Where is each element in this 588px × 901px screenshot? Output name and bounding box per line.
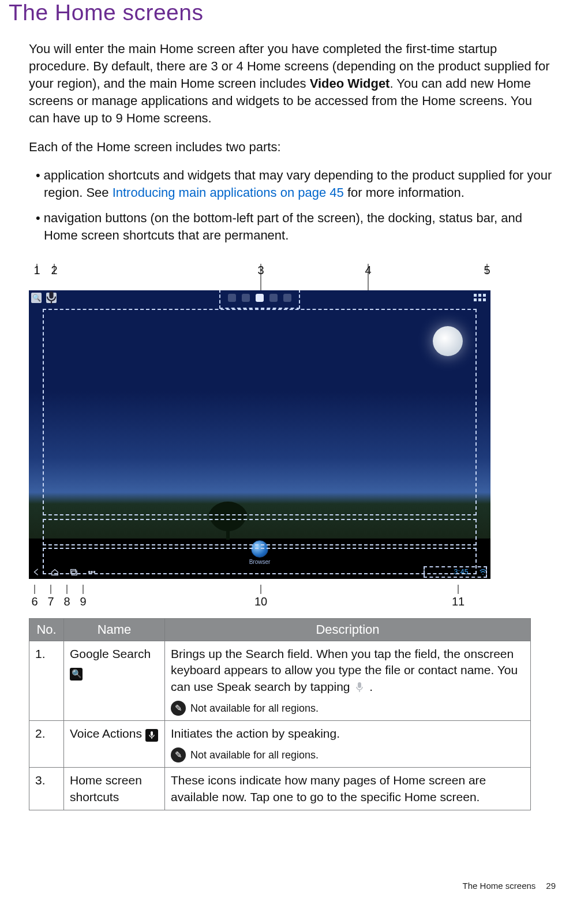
svg-rect-7 bbox=[151, 731, 153, 736]
mic-icon bbox=[145, 729, 158, 742]
spec-table: No. Name Description 1. Google Search 🔍 … bbox=[29, 618, 531, 810]
note: ✎ Not available for all regions. bbox=[171, 747, 525, 762]
callout-9: 9 bbox=[80, 595, 86, 608]
back-icon[interactable] bbox=[32, 568, 40, 576]
callout-8: 8 bbox=[63, 595, 70, 608]
cell-desc: Initiates the action by speaking. ✎ Not … bbox=[165, 721, 531, 768]
callout-box-main bbox=[43, 309, 477, 515]
note-text: Not available for all regions. bbox=[190, 701, 319, 715]
footer: The Home screens 29 bbox=[463, 881, 556, 891]
cell-name: Google Search 🔍 bbox=[64, 641, 165, 721]
cell-desc: These icons indicate how many pages of H… bbox=[165, 768, 531, 810]
callout-box-dock bbox=[43, 519, 477, 545]
table-header-row: No. Name Description bbox=[29, 619, 531, 641]
header-name: Name bbox=[64, 619, 165, 641]
svg-rect-0 bbox=[49, 291, 53, 299]
table-row: 1. Google Search 🔍 Brings up the Search … bbox=[29, 641, 531, 721]
homescreen-screenshot: 🔍 Browser bbox=[29, 290, 490, 579]
table-row: 2. Voice Actions Initiates the action by… bbox=[29, 721, 531, 768]
callout-11: 11 bbox=[452, 595, 465, 608]
header-desc: Description bbox=[165, 619, 531, 641]
callout-box-navbar bbox=[43, 548, 477, 574]
bullet-navigation-buttons: navigation buttons (on the bottom-left p… bbox=[29, 210, 556, 244]
callout-7: 7 bbox=[47, 595, 54, 608]
text: . bbox=[369, 680, 373, 693]
callout-row-bottom: 6 7 8 9 10 11 bbox=[29, 585, 496, 608]
text: Google Search bbox=[70, 647, 151, 660]
cell-no: 3. bbox=[29, 768, 64, 810]
note-text: Not available for all regions. bbox=[190, 748, 319, 762]
intro-paragraph-1: You will enter the main Home screen afte… bbox=[29, 40, 556, 127]
svg-rect-6 bbox=[358, 682, 361, 688]
text: for more information. bbox=[344, 185, 465, 200]
intro-paragraph-2: Each of the Home screen includes two par… bbox=[29, 139, 556, 156]
table-row: 3. Home screen shortcuts These icons ind… bbox=[29, 768, 531, 810]
mic-icon[interactable] bbox=[46, 293, 57, 303]
homescreen-figure: 1 2 3 4 5 🔍 bbox=[29, 264, 496, 608]
cell-no: 2. bbox=[29, 721, 64, 768]
footer-label: The Home screens bbox=[463, 881, 536, 891]
search-icon: 🔍 bbox=[70, 668, 83, 681]
callout-row-top: 1 2 3 4 5 bbox=[29, 264, 496, 280]
text: Brings up the Search field. When you tap… bbox=[171, 647, 518, 693]
cell-name: Voice Actions bbox=[64, 721, 165, 768]
callout-box-indicator bbox=[219, 290, 300, 309]
page-title: The Home screens bbox=[9, 0, 556, 25]
bullet-application-shortcuts: application shortcuts and widgets that m… bbox=[29, 167, 556, 201]
pencil-icon: ✎ bbox=[171, 747, 186, 762]
header-no: No. bbox=[29, 619, 64, 641]
text: Initiates the action by speaking. bbox=[171, 727, 340, 740]
link-introducing-main-applications[interactable]: Introducing main applications on page 45 bbox=[113, 185, 344, 200]
callout-6: 6 bbox=[31, 595, 38, 608]
cell-no: 1. bbox=[29, 641, 64, 721]
page-number: 29 bbox=[546, 881, 556, 891]
text: Voice Actions bbox=[70, 727, 142, 740]
app-drawer-icon[interactable] bbox=[474, 294, 486, 301]
mic-icon bbox=[353, 681, 366, 694]
search-icon[interactable]: 🔍 bbox=[31, 293, 42, 303]
callout-box-status bbox=[424, 566, 487, 578]
pencil-icon: ✎ bbox=[171, 701, 186, 716]
note: ✎ Not available for all regions. bbox=[171, 701, 525, 716]
callout-10: 10 bbox=[254, 595, 267, 608]
bold-video-widget: Video Widget bbox=[310, 76, 390, 91]
cell-desc: Brings up the Search field. When you tap… bbox=[165, 641, 531, 721]
cell-name: Home screen shortcuts bbox=[64, 768, 165, 810]
